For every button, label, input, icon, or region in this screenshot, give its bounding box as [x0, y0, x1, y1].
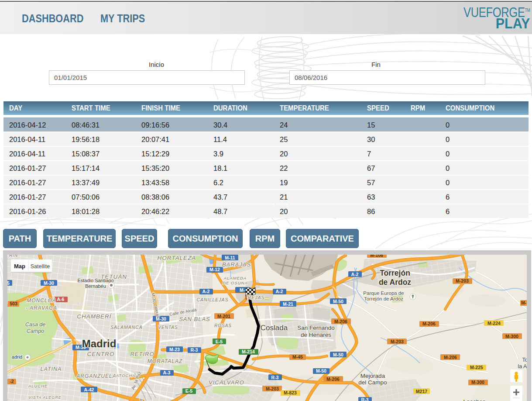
svg-text:Parque Europa de: Parque Europa de — [363, 290, 404, 296]
svg-text:HORTALEZA: HORTALEZA — [158, 255, 196, 261]
svg-text:Campo: Campo — [27, 328, 44, 334]
svg-text:M-206: M-206 — [444, 355, 457, 360]
svg-text:BARAJAS: BARAJAS — [222, 261, 251, 268]
svg-text:M-203: M-203 — [266, 386, 279, 391]
svg-text:SAN BLAS: SAN BLAS — [179, 316, 210, 322]
svg-text:M-: M- — [521, 300, 527, 305]
svg-text:de Ardoz: de Ardoz — [379, 278, 411, 287]
svg-text:ROSAS: ROSAS — [214, 323, 232, 328]
svg-text:la A: la A — [518, 363, 527, 370]
svg-text:DE OSUNA: DE OSUNA — [223, 280, 248, 285]
svg-text:CANILLEJAS: CANILLEJAS — [196, 297, 228, 302]
svg-text:ATOCHA: ATOCHA — [116, 373, 136, 378]
svg-text:M-300: M-300 — [505, 334, 518, 339]
svg-text:Casa de: Casa de — [25, 321, 46, 328]
svg-text:MONCLOA: MONCLOA — [27, 297, 56, 304]
svg-text:adrid: adrid — [12, 354, 22, 360]
svg-text:A-42: A-42 — [84, 387, 94, 392]
svg-text:RETIRO: RETIRO — [130, 351, 154, 357]
svg-text:E-5: E-5 — [216, 339, 223, 344]
svg-text:MORATALAZ: MORATALAZ — [148, 358, 183, 364]
svg-text:Satellite: Satellite — [31, 263, 50, 270]
svg-text:Madrid: Madrid — [82, 338, 117, 349]
svg-text:A-2: A-2 — [203, 289, 210, 294]
svg-text:M-823: M-823 — [284, 390, 297, 395]
svg-text:San Fernando: San Fernando — [297, 325, 335, 331]
svg-text:M-50: M-50 — [316, 368, 326, 373]
svg-text:R-3: R-3 — [361, 397, 369, 401]
svg-text:M-224: M-224 — [487, 321, 501, 326]
svg-text:R-3: R-3 — [191, 347, 198, 353]
svg-text:R-3: R-3 — [271, 375, 279, 380]
svg-text:M-50: M-50 — [333, 352, 343, 357]
svg-text:M-30: M-30 — [44, 280, 54, 286]
svg-text:M-50: M-50 — [333, 299, 343, 304]
svg-text:CENTRO: CENTRO — [87, 351, 115, 357]
svg-text:CHAMBERÍ: CHAMBERÍ — [77, 313, 112, 320]
svg-text:LATINA: LATINA — [41, 366, 62, 372]
svg-text:M-206: M-206 — [326, 377, 340, 382]
svg-text:del Campo: del Campo — [358, 379, 387, 386]
svg-text:Map: Map — [14, 263, 25, 270]
svg-text:-2: -2 — [10, 379, 14, 384]
svg-text:M-23: M-23 — [169, 347, 180, 352]
svg-text:Bernabéu: Bernabéu — [85, 283, 106, 289]
svg-text:M-300: M-300 — [471, 380, 484, 385]
svg-text:de Henares: de Henares — [301, 332, 331, 338]
svg-text:Loeches: Loeches — [463, 398, 485, 401]
svg-text:M-206: M-206 — [422, 321, 436, 326]
svg-text:M-11: M-11 — [225, 255, 235, 260]
svg-text:REJAS: REJAS — [248, 295, 265, 300]
svg-text:VICÁLVARO: VICÁLVARO — [209, 379, 244, 386]
svg-text:To: To — [522, 357, 527, 363]
svg-text:ALAMEDA: ALAMEDA — [223, 276, 247, 280]
svg-text:M-12: M-12 — [209, 267, 220, 272]
svg-text:Torrejón: Torrejón — [380, 269, 410, 277]
svg-text:VENTAS: VENTAS — [158, 325, 178, 330]
svg-text:M-203: M-203 — [391, 339, 404, 344]
svg-text:M-214: M-214 — [242, 349, 255, 354]
svg-text:ARGANZUELA: ARGANZUELA — [76, 373, 116, 379]
svg-text:A-2: A-2 — [351, 272, 359, 277]
svg-text:Torrejón de Ardoz: Torrejón de Ardoz — [364, 296, 403, 301]
svg-text:M-225: M-225 — [470, 365, 483, 370]
svg-text:M-206: M-206 — [334, 319, 347, 324]
svg-text:M-201: M-201 — [217, 314, 230, 319]
svg-text:Coslada: Coslada — [261, 324, 288, 332]
svg-text:Estadio Santiago: Estadio Santiago — [77, 278, 113, 283]
svg-text:M-: M- — [240, 287, 245, 293]
svg-text:SALAMANCA: SALAMANCA — [110, 325, 143, 330]
svg-text:M-45: M-45 — [292, 354, 303, 360]
svg-text:M-21: M-21 — [283, 301, 293, 307]
svg-text:A-6: A-6 — [57, 297, 65, 302]
svg-text:VISTA ALEGRE: VISTA ALEGRE — [28, 395, 62, 400]
svg-text:M-108: M-108 — [370, 255, 383, 258]
svg-text:503: 503 — [10, 301, 17, 306]
svg-text:Mejorada: Mejorada — [360, 373, 385, 379]
svg-text:M-203: M-203 — [456, 278, 469, 283]
svg-text:M217: M217 — [416, 389, 427, 394]
svg-text:M-30: M-30 — [156, 316, 166, 321]
svg-text:E-5: E-5 — [185, 388, 193, 394]
svg-text:- ARAVACA: - ARAVACA — [26, 305, 57, 311]
svg-text:ALUCHE: ALUCHE — [28, 384, 48, 388]
svg-text:5: 5 — [7, 280, 10, 286]
svg-text:RIN: RIN — [9, 255, 18, 258]
svg-text:A-3: A-3 — [163, 370, 171, 375]
svg-text:A-2: A-2 — [276, 289, 283, 294]
